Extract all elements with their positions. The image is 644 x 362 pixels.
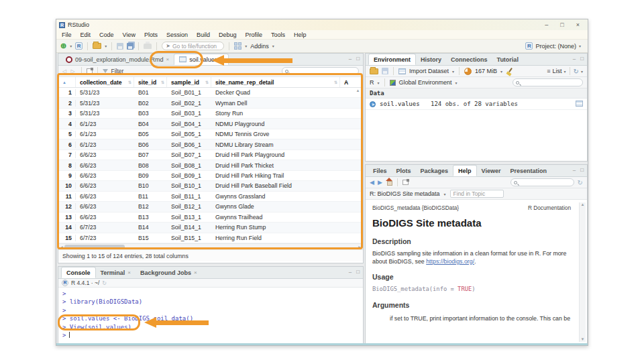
scroll-right-icon[interactable]: ▶ [357,245,363,249]
save-icon[interactable] [117,43,123,50]
new-project-icon[interactable]: R [75,42,83,50]
tab-files[interactable]: Files [368,165,392,176]
close-tab-icon[interactable]: × [127,269,131,276]
back-icon[interactable]: ◀ [370,179,374,186]
r-logo-icon[interactable]: R [62,280,68,286]
import-dataset-button[interactable]: Import Dataset [409,68,449,74]
column-header-collection-date[interactable]: collection_date⇅ [76,77,134,87]
tab-presentation[interactable]: Presentation [505,165,551,176]
table-row[interactable]: 8 6/6/23 B08 Soil_B08_1 Druid Hill Park … [58,160,363,170]
filter-icon[interactable] [103,69,108,73]
tab-console[interactable]: Console [61,267,96,278]
find-in-topic-input[interactable]: Find in Topic [450,190,504,198]
maximize-pane-icon[interactable]: □ [356,269,360,276]
tab-terminal[interactable]: Terminal × [96,267,136,278]
table-row[interactable]: 3 5/31/23 B03 Soil_B03_1 Stony Run [58,109,363,119]
table-row[interactable]: 11 6/6/23 B11 Soil_B11_1 Gwynns Grasslan… [58,192,363,202]
tab-viewer[interactable]: Viewer [477,165,506,176]
save-all-icon[interactable] [127,43,133,50]
table-row[interactable]: 5 6/1/23 B05 Soil_B05_1 NDMU Tennis Grov… [58,129,363,139]
scroll-up-icon[interactable]: ▲ [580,202,586,206]
save-workspace-icon[interactable] [382,68,388,74]
row-number-header[interactable]: ▲ [58,77,76,87]
scroll-up-icon[interactable]: ▲ [355,88,361,93]
clear-objects-broom-icon[interactable] [506,68,513,75]
table-row[interactable]: 2 5/31/23 B02 Soil_B02_1 Wyman Dell [58,98,363,108]
maximize-pane-icon[interactable]: □ [580,56,584,62]
r-language-button[interactable]: R [370,79,374,86]
workspace-panes-icon[interactable] [234,42,241,50]
tab-help[interactable]: Help [453,165,477,176]
column-header-sample-id[interactable]: sample_id⇅ [167,77,211,87]
addins-button[interactable]: Addins [250,43,269,50]
menu-item[interactable]: Code [99,32,114,38]
table-row[interactable]: 6 6/1/23 B06 Soil_B06_1 NDMU Library Str… [58,139,363,149]
column-header-site-name[interactable]: site_name_rep_detail⇅ [211,77,340,87]
column-header-partial[interactable]: A [340,77,356,87]
menu-item[interactable]: Profile [246,32,263,38]
biodigs-link[interactable]: https://biodigs.org/ [426,258,474,265]
close-tab-icon[interactable]: × [194,269,197,276]
table-vertical-scrollbar[interactable]: ▲ [355,88,361,243]
open-file-caret-icon[interactable]: ▾ [105,44,107,48]
open-file-icon[interactable] [93,43,101,49]
menu-item[interactable]: Build [197,32,210,38]
maximize-pane-icon[interactable]: □ [580,167,584,174]
menu-item[interactable]: File [62,32,72,38]
help-search-input[interactable] [511,178,574,186]
minimize-pane-icon[interactable]: – [349,269,352,276]
home-icon[interactable] [386,180,392,186]
help-scrollbar[interactable]: ▲ ▼ [579,202,586,342]
menu-item[interactable]: Session [166,32,188,38]
close-button[interactable]: × [576,20,580,29]
table-row[interactable]: 13 6/6/23 B13 Soil_B13_1 Gwynns Trailhea… [58,213,363,223]
filter-label[interactable]: Filter [111,68,124,74]
tab-environment[interactable]: Environment [368,54,416,65]
working-directory-link-icon[interactable]: ↻ [102,280,107,286]
tab-tutorial[interactable]: Tutorial [492,54,523,65]
table-row[interactable]: 1 5/31/23 B01 Soil_B01_1 Decker Quad [58,88,363,98]
new-file-caret-icon[interactable]: ▾ [70,44,72,48]
menu-item[interactable]: Tools [271,32,285,38]
environment-search-input[interactable] [513,78,583,86]
scroll-down-icon[interactable]: ▼ [580,337,586,341]
environment-entry-soil-values[interactable]: soil.values 124 obs. of 28 variables [366,99,587,110]
panes-caret-icon[interactable]: ▾ [245,44,247,48]
table-row[interactable]: 10 6/6/23 B10 Soil_B10_1 Druid Hill Park… [58,181,363,191]
tab-background-jobs[interactable]: Background Jobs × [136,267,202,278]
table-row[interactable]: 9 6/6/23 B09 Soil_B09_1 Druid Hill Park … [58,171,363,181]
close-tab-icon[interactable]: × [166,56,170,62]
minimize-pane-icon[interactable]: – [573,56,576,62]
refresh-icon[interactable]: ↻ [574,68,579,75]
minimize-pane-icon[interactable]: – [349,56,352,62]
table-row[interactable]: 15 6/7/23 B15 Soil_B15_1 Herring Run Fie… [58,233,363,243]
table-row[interactable]: 4 6/1/23 B04 Soil_B04_1 NDMU Playground [58,119,363,129]
console-output[interactable]: >> library(BioDIGSData)>> soil.values <-… [58,288,363,339]
popout-window-icon[interactable] [402,180,409,185]
popout-window-icon[interactable] [87,68,93,74]
menu-item[interactable]: Help [294,32,307,38]
forward-icon[interactable]: ▶ [378,179,382,186]
goto-file-function-input[interactable]: ➤ Go to file/function [162,42,224,50]
table-row[interactable]: 14 6/7/23 B14 Soil_B14_1 Herring Run Stu… [58,223,363,233]
load-workspace-icon[interactable] [370,68,378,74]
maximize-pane-icon[interactable]: □ [356,56,360,62]
print-icon[interactable] [144,44,152,49]
tab-history[interactable]: History [416,54,446,65]
column-header-site-id[interactable]: site_id⇅ [134,77,167,87]
table-horizontal-scrollbar[interactable]: ◀ ▶ [58,243,363,249]
table-row[interactable]: 12 6/6/23 B12 Soil_B12_1 Gwynns Glade [58,202,363,212]
minimize-button[interactable]: – [545,20,548,29]
menu-item[interactable]: Debug [219,32,237,38]
memory-usage-button[interactable]: 167 MiB [475,68,497,74]
help-topic-dropdown[interactable]: R: BioDIGS Site metadata [370,190,440,197]
table-search-input[interactable] [282,67,359,75]
scroll-left-icon[interactable]: ◀ [58,245,64,249]
scrollbar-thumb[interactable] [64,245,125,249]
list-view-button[interactable]: List [553,68,562,74]
tab-connections[interactable]: Connections [446,54,492,65]
global-environment-dropdown[interactable]: Global Environment [399,79,452,86]
minimize-pane-icon[interactable]: – [573,167,576,174]
project-menu[interactable]: R Project: (None) ▾ [525,42,584,50]
close-tab-icon[interactable]: × [220,56,223,62]
